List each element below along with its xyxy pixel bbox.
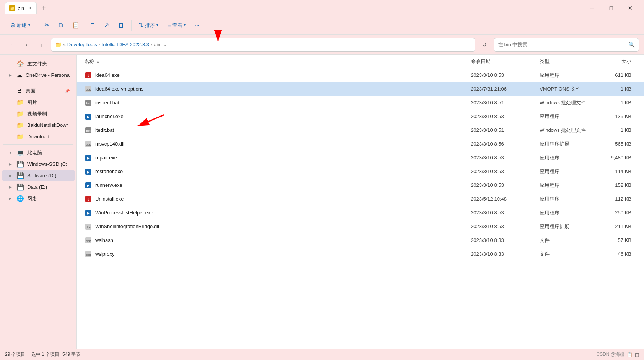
file-name-cell: doc msvcp140.dll xyxy=(81,140,471,148)
file-type-icon: doc xyxy=(85,140,92,148)
active-tab[interactable]: 📁 bin ✕ xyxy=(5,2,37,14)
file-date-cell: 2023/3/10 8:56 xyxy=(471,141,540,147)
file-name-cell: doc wslhash xyxy=(81,237,471,244)
status-total: 29 个项目 xyxy=(5,351,25,358)
delete-button[interactable]: 🗑 xyxy=(114,19,128,31)
paste-button[interactable]: 📋 xyxy=(68,19,83,31)
sidebar-item-home[interactable]: 🏠 主文件夹 xyxy=(2,58,75,69)
table-row[interactable]: doc wslhash 2023/3/10 8:33 文件 57 KB xyxy=(77,234,644,247)
table-row[interactable]: ▶ WinProcessListHelper.exe 2023/3/10 8:5… xyxy=(77,206,644,220)
table-row[interactable]: bat ltedit.bat 2023/3/10 8:51 Windows 批处… xyxy=(77,123,644,137)
file-type-icon: ▶ xyxy=(85,182,92,189)
table-row[interactable]: ▶ restarter.exe 2023/3/10 8:53 应用程序 114 … xyxy=(77,165,644,178)
svg-text:▶: ▶ xyxy=(87,211,90,215)
path-sep-1: › xyxy=(99,42,100,47)
file-type-cell: 应用程序 xyxy=(540,72,601,79)
onedrive-icon: ☁ xyxy=(16,71,23,79)
column-header: 名称 ▲ 修改日期 类型 大小 xyxy=(77,55,644,68)
table-row[interactable]: ▶ repair.exe 2023/3/10 8:53 应用程序 9,480 K… xyxy=(77,151,644,165)
window-controls: ─ □ ✕ xyxy=(583,2,639,14)
file-list: J idea64.exe 2023/3/10 8:53 应用程序 611 KB … xyxy=(77,68,644,349)
refresh-button[interactable]: ↺ xyxy=(478,39,491,51)
main-area: 🏠 主文件夹 ▶ ☁ OneDrive - Persona 🖥 桌面 📌 xyxy=(0,55,644,349)
table-row[interactable]: doc WinShellIntegrationBridge.dll 2023/3… xyxy=(77,220,644,234)
status-selected: 选中 1 个项目 xyxy=(31,351,59,358)
table-row[interactable]: J idea64.exe 2023/3/10 8:53 应用程序 611 KB xyxy=(77,68,644,82)
path-segment-1[interactable]: DevelopTools xyxy=(67,42,97,47)
svg-text:doc: doc xyxy=(86,253,91,256)
close-button[interactable]: ✕ xyxy=(621,2,639,14)
cut-icon: ✂ xyxy=(44,21,49,29)
sidebar-item-baidu[interactable]: 📁 BaiduNetdiskDowr xyxy=(2,120,75,131)
file-date-cell: 2023/3/10 8:53 xyxy=(471,114,540,119)
search-input[interactable] xyxy=(498,42,626,47)
table-row[interactable]: ▶ launcher.exe 2023/3/10 8:53 应用程序 135 K… xyxy=(77,110,644,123)
table-row[interactable]: doc msvcp140.dll 2023/3/10 8:56 应用程序扩展 5… xyxy=(77,137,644,151)
file-type-cell: 应用程序 xyxy=(540,209,601,216)
file-type-icon: ▶ xyxy=(85,113,92,120)
sort-button[interactable]: ⇅ 排序 ▾ xyxy=(135,19,162,31)
up-button[interactable]: ↑ xyxy=(36,39,48,51)
file-name-label: WinProcessListHelper.exe xyxy=(95,210,153,216)
table-row[interactable]: ▶ runnerw.exe 2023/3/10 8:53 应用程序 152 KB xyxy=(77,178,644,192)
sidebar-item-thispc[interactable]: ▼ 💻 此电脑 xyxy=(2,147,75,158)
new-button[interactable]: ⊕ 新建 ▾ xyxy=(7,19,34,31)
view-button[interactable]: ≡ 查看 ▾ xyxy=(164,19,190,31)
sidebar-item-pictures[interactable]: 📁 图片 xyxy=(2,97,75,108)
col-header-size[interactable]: 大小 xyxy=(601,58,639,65)
table-row[interactable]: J Uninstall.exe 2023/5/12 10:48 应用程序 112… xyxy=(77,192,644,206)
back-button[interactable]: ‹ xyxy=(5,39,17,51)
sidebar-item-e[interactable]: ▶ 💾 Data (E:) xyxy=(2,182,75,193)
view-icon: ≡ xyxy=(168,22,171,29)
col-header-name[interactable]: 名称 ▲ xyxy=(81,58,471,65)
col-header-type[interactable]: 类型 xyxy=(540,58,601,65)
search-bar[interactable]: 🔍 xyxy=(494,38,639,52)
paste-icon: 📋 xyxy=(72,21,80,29)
col-header-date[interactable]: 修改日期 xyxy=(471,58,540,65)
table-row[interactable]: bat inspect.bat 2023/3/10 8:51 Windows 批… xyxy=(77,96,644,110)
sidebar-item-desktop[interactable]: 🖥 桌面 📌 xyxy=(2,86,75,96)
rename-button[interactable]: 🏷 xyxy=(85,19,99,31)
status-bar: 29 个项目 选中 1 个项目 549 字节 CSDN @海疆 📋 ◫ xyxy=(0,349,644,360)
file-name-cell: doc wslproxy xyxy=(81,250,471,258)
cut-button[interactable]: ✂ xyxy=(41,19,53,31)
file-size-cell: 57 KB xyxy=(601,237,639,243)
svg-text:J: J xyxy=(88,73,89,78)
path-sep-2: › xyxy=(151,42,152,47)
table-row[interactable]: doc wslproxy 2023/3/10 8:33 文件 46 KB xyxy=(77,247,644,261)
file-date-cell: 2023/3/10 8:33 xyxy=(471,237,540,243)
tab-close-button[interactable]: ✕ xyxy=(26,5,33,11)
share-icon: ↗ xyxy=(104,21,109,29)
minimize-button[interactable]: ─ xyxy=(583,2,601,14)
sidebar-item-onedrive[interactable]: ▶ ☁ OneDrive - Persona xyxy=(2,70,75,81)
file-name-cell: ▶ launcher.exe xyxy=(81,113,471,120)
svg-text:▶: ▶ xyxy=(87,115,90,119)
file-date-cell: 2023/3/10 8:53 xyxy=(471,72,540,78)
sidebar-item-download[interactable]: 📁 Download xyxy=(2,131,75,142)
more-button[interactable]: ··· xyxy=(191,20,203,30)
path-segment-2[interactable]: IntelliJ IDEA 2022.3.3 xyxy=(102,42,149,47)
sidebar-item-c[interactable]: ▶ 💾 Windows-SSD (C: xyxy=(2,159,75,170)
copy-icon: ⧉ xyxy=(59,22,63,29)
sidebar-item-videos[interactable]: 📁 视频录制 xyxy=(2,108,75,119)
copy-button[interactable]: ⧉ xyxy=(55,19,67,31)
file-type-cell: 文件 xyxy=(540,237,601,244)
share-button[interactable]: ↗ xyxy=(100,19,113,31)
table-row[interactable]: doc idea64.exe.vmoptions 2023/7/31 21:06… xyxy=(77,82,644,96)
svg-text:bat: bat xyxy=(86,129,91,133)
title-bar: 📁 bin ✕ + ─ □ ✕ xyxy=(0,0,644,16)
forward-button[interactable]: › xyxy=(20,39,33,51)
maximize-button[interactable]: □ xyxy=(602,2,620,14)
path-dropdown-button[interactable]: ⌄ xyxy=(163,42,168,47)
path-bar[interactable]: 📁 « DevelopTools › IntelliJ IDEA 2022.3.… xyxy=(51,38,475,52)
sidebar-item-d[interactable]: ▶ 💾 Software (D:) xyxy=(2,170,75,181)
file-name-cell: bat inspect.bat xyxy=(81,99,471,107)
file-name-label: Uninstall.exe xyxy=(95,196,124,202)
file-date-cell: 2023/3/10 8:53 xyxy=(471,169,540,174)
file-date-cell: 2023/3/10 8:33 xyxy=(471,251,540,257)
sidebar-item-network[interactable]: ▶ 🌐 网络 xyxy=(2,193,75,204)
sidebar-expand-e: ▶ xyxy=(7,184,13,190)
new-tab-button[interactable]: + xyxy=(38,3,49,13)
new-dropdown-icon: ▾ xyxy=(28,23,30,27)
file-date-cell: 2023/3/10 8:53 xyxy=(471,182,540,188)
